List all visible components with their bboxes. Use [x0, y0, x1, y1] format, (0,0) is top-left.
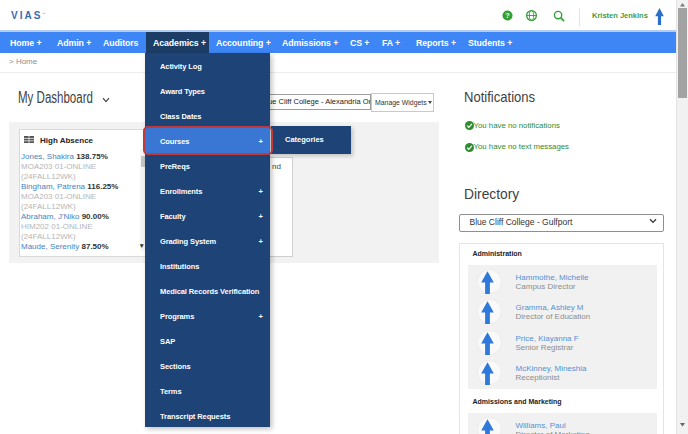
svg-text:?: ? [505, 11, 510, 20]
